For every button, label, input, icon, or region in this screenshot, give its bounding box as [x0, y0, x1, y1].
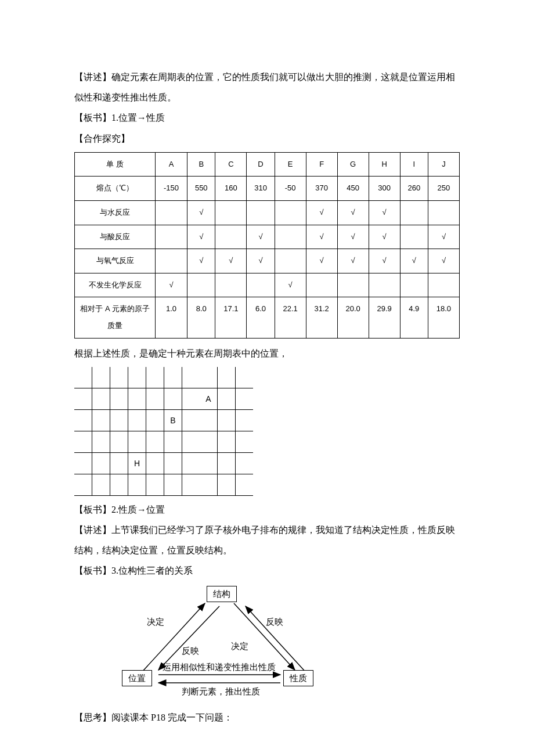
- col-header: I: [400, 152, 428, 177]
- paragraph-think: 【思考】阅读课本 P18 完成一下问题：: [74, 707, 460, 728]
- table-cell: 450: [337, 177, 369, 201]
- table-cell: [400, 273, 428, 297]
- pt-cell-H: H: [128, 452, 146, 474]
- table-cell: 4.9: [400, 297, 428, 338]
- table-cell: 20.0: [337, 297, 369, 338]
- row-label: 不发生化学反应: [75, 273, 156, 297]
- table-cell: [400, 200, 428, 225]
- table-cell: √: [247, 225, 275, 249]
- table-cell: [337, 273, 369, 297]
- table-row: 与氧气反应 √ √ √ √ √ √ √ √: [75, 249, 460, 273]
- table-cell: √: [337, 249, 369, 273]
- table-cell: √: [187, 225, 215, 249]
- table-cell: [275, 225, 306, 249]
- table-cell: 300: [369, 177, 400, 201]
- table-row: 不发生化学反应 √ √: [75, 273, 460, 297]
- table-cell: √: [369, 249, 400, 273]
- table-cell: [400, 225, 428, 249]
- paragraph-explain: 【讲述】上节课我们已经学习了原子核外电子排布的规律，我知道了结构决定性质，性质反…: [74, 520, 460, 560]
- svg-line-1: [158, 606, 219, 670]
- table-cell: 18.0: [428, 297, 459, 338]
- periodic-grid: A B H: [74, 367, 253, 496]
- table-cell: √: [247, 249, 275, 273]
- table-cell: [156, 200, 187, 225]
- table-cell: [156, 225, 187, 249]
- table-row: 与酸反应 √ √ √ √ √ √: [75, 225, 460, 249]
- diagram-label: 决定: [147, 617, 164, 627]
- row-label: 与水反应: [75, 200, 156, 225]
- heading-2: 【板书】2.性质→位置: [74, 499, 460, 520]
- table-cell: 260: [400, 177, 428, 201]
- table-cell: [275, 249, 306, 273]
- col-header: G: [337, 152, 369, 177]
- relationship-diagram: 结构 位置 性质 决定 反映 反映 决定 运用相似性和递变性推出性质 判断元素，…: [92, 583, 341, 705]
- row-label: 与酸反应: [75, 225, 156, 249]
- table-cell: 550: [187, 177, 215, 201]
- col-header: A: [156, 152, 187, 177]
- heading-3: 【板书】3.位构性三者的关系: [74, 560, 460, 581]
- table-cell: √: [337, 200, 369, 225]
- table-cell: √: [428, 249, 459, 273]
- table-cell: 22.1: [275, 297, 306, 338]
- table-cell: 160: [215, 177, 247, 201]
- heading-1: 【板书】1.位置→性质: [74, 107, 460, 128]
- diagram-label: 判断元素，推出性质: [182, 686, 260, 697]
- table-cell: √: [306, 225, 337, 249]
- table-cell: [247, 273, 275, 297]
- table-cell: 310: [247, 177, 275, 201]
- table-cell: √: [428, 225, 459, 249]
- table-cell: [215, 200, 247, 225]
- table-cell: [275, 200, 306, 225]
- table-cell: √: [369, 200, 400, 225]
- table-cell: √: [215, 249, 247, 273]
- table-cell: [187, 273, 215, 297]
- paragraph-instruction: 根据上述性质，是确定十种元素在周期表中的位置，: [74, 343, 460, 363]
- diagram-label: 反映: [266, 617, 283, 627]
- table-row: 熔点（℃） -150 550 160 310 -50 370 450 300 2…: [75, 177, 460, 201]
- table-cell: √: [187, 249, 215, 273]
- diagram-box-position: 位置: [122, 670, 152, 686]
- table-cell: √: [337, 225, 369, 249]
- table-cell: √: [400, 249, 428, 273]
- table-cell: 31.2: [306, 297, 337, 338]
- table-cell: [215, 225, 247, 249]
- diagram-label: 运用相似性和递变性推出性质: [163, 662, 276, 672]
- diagram-label: 决定: [231, 641, 248, 651]
- row-label: 相对于 A 元素的原子质量: [75, 297, 156, 338]
- svg-line-2: [234, 603, 295, 670]
- table-cell: 29.9: [369, 297, 400, 338]
- pt-cell-B: B: [164, 409, 182, 431]
- row-label: 与氧气反应: [75, 249, 156, 273]
- col-header: F: [306, 152, 337, 177]
- col-header: D: [247, 152, 275, 177]
- row-label: 熔点（℃）: [75, 177, 156, 201]
- table-cell: √: [306, 200, 337, 225]
- table-cell: [369, 273, 400, 297]
- table-cell: [215, 273, 247, 297]
- col-header: 单 质: [75, 152, 156, 177]
- col-header: E: [275, 152, 306, 177]
- table-cell: √: [369, 225, 400, 249]
- table-cell: √: [156, 273, 187, 297]
- table-cell: [306, 273, 337, 297]
- table-cell: 1.0: [156, 297, 187, 338]
- properties-table: 单 质 A B C D E F G H I J 熔点（℃） -150 550 1…: [74, 152, 460, 339]
- table-row: 与水反应 √ √ √ √: [75, 200, 460, 225]
- table-cell: [428, 200, 459, 225]
- table-cell: 6.0: [247, 297, 275, 338]
- heading-coop: 【合作探究】: [74, 128, 460, 149]
- col-header: J: [428, 152, 459, 177]
- table-cell: 8.0: [187, 297, 215, 338]
- table-cell: [156, 249, 187, 273]
- table-cell: 250: [428, 177, 459, 201]
- table-cell: -150: [156, 177, 187, 201]
- col-header: C: [215, 152, 247, 177]
- table-cell: √: [187, 200, 215, 225]
- pt-cell-A: A: [200, 388, 218, 409]
- col-header: H: [369, 152, 400, 177]
- table-cell: √: [306, 249, 337, 273]
- diagram-box-structure: 结构: [207, 586, 237, 602]
- table-cell: -50: [275, 177, 306, 201]
- col-header: B: [187, 152, 215, 177]
- table-cell: [428, 273, 459, 297]
